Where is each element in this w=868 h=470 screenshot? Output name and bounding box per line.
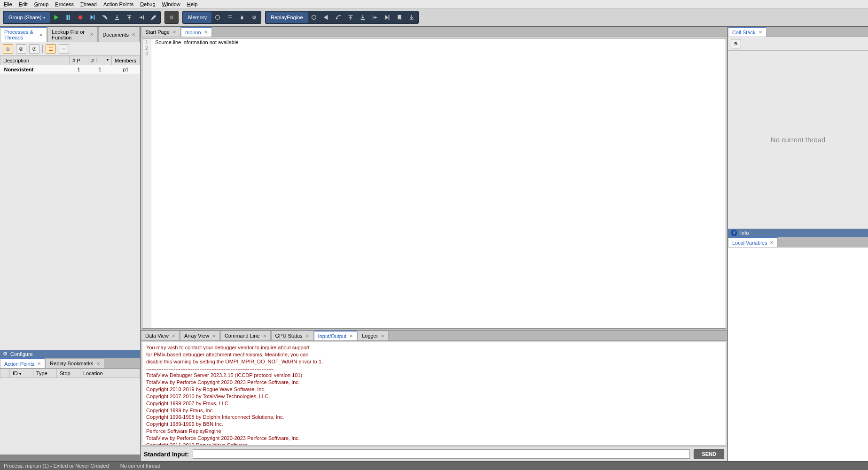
replay-run-back-button[interactable]: [369, 12, 381, 23]
close-icon[interactable]: ✕: [349, 333, 353, 339]
tab-gpu-status[interactable]: GPU Status✕: [271, 331, 313, 340]
stdin-label: Standard Input:: [144, 451, 189, 458]
replay-step-back-button[interactable]: [332, 12, 344, 23]
pencil-button[interactable]: [148, 12, 160, 23]
svg-point-1: [216, 15, 220, 20]
memory-gear-button[interactable]: ⚙: [248, 12, 260, 23]
process-list-area: [0, 74, 140, 350]
close-icon[interactable]: ✕: [212, 333, 216, 339]
tab-input-output[interactable]: Input/Output✕: [314, 331, 358, 340]
kill-button[interactable]: [74, 12, 86, 23]
main-area: Processes & Threads✕Lookup File or Funct…: [0, 26, 868, 461]
filter-1-button[interactable]: ①: [3, 44, 13, 54]
close-icon[interactable]: ✕: [204, 30, 208, 35]
col-description[interactable]: Description: [0, 56, 70, 65]
col-ap-id[interactable]: ID ▾: [10, 369, 33, 378]
bottom-tabs: Data View✕Array View✕Command Line✕GPU St…: [141, 331, 727, 341]
right-pane: Call Stack✕ ⚞ No current thread i Info L…: [727, 27, 868, 461]
close-icon[interactable]: ✕: [172, 333, 175, 339]
replay-save-button[interactable]: [406, 12, 418, 23]
halt-button[interactable]: [62, 12, 74, 23]
col-ap-type[interactable]: Type: [33, 369, 57, 378]
replay-dropdown[interactable]: ReplayEngine: [266, 12, 308, 23]
close-icon[interactable]: ✕: [172, 30, 176, 35]
replay-bookmark-button[interactable]: [393, 12, 406, 23]
run-to-button[interactable]: [135, 12, 148, 23]
left-pane: Processes & Threads✕Lookup File or Funct…: [0, 27, 141, 461]
close-icon[interactable]: ✕: [381, 333, 384, 339]
memory-dropdown[interactable]: Memory: [183, 12, 211, 23]
close-icon[interactable]: ✕: [263, 333, 266, 339]
tab-processes-threads[interactable]: Processes & Threads✕: [0, 27, 47, 42]
menu-action-points[interactable]: Action Points: [103, 1, 133, 7]
menu-process[interactable]: Process: [55, 1, 74, 7]
replay-record-button[interactable]: [308, 12, 320, 23]
send-button[interactable]: SEND: [694, 449, 724, 459]
step-button[interactable]: [99, 12, 111, 23]
close-icon[interactable]: ✕: [305, 333, 309, 339]
menubar: File Edit Group Process Thread Action Po…: [0, 0, 868, 9]
close-icon[interactable]: ✕: [39, 32, 43, 38]
table-row[interactable]: Nonexistent11p1: [0, 65, 140, 74]
configure-bar[interactable]: ⚙ Configure: [0, 350, 140, 358]
tab-action-points[interactable]: Action Points✕: [0, 358, 45, 368]
memory-record-button[interactable]: [211, 12, 224, 23]
menu-help[interactable]: Help: [187, 1, 198, 7]
menu-group[interactable]: Group: [34, 1, 49, 7]
menu-file[interactable]: File: [4, 1, 12, 7]
tab-data-view[interactable]: Data View✕: [141, 331, 180, 340]
tab-call-stack[interactable]: Call Stack✕: [728, 27, 766, 37]
tab-documents[interactable]: Documents✕: [98, 27, 140, 42]
tab-lookup-file-or-function[interactable]: Lookup File or Function✕: [47, 27, 98, 42]
ap-scrollbar[interactable]: [0, 455, 140, 461]
col-ap-location[interactable]: Location: [80, 369, 140, 378]
step-out-button[interactable]: [123, 12, 135, 23]
menu-thread[interactable]: Thread: [80, 1, 97, 7]
view-flat-button[interactable]: ≡: [59, 44, 69, 54]
svg-point-0: [78, 15, 83, 20]
info-bar[interactable]: i Info: [728, 229, 868, 237]
menu-edit[interactable]: Edit: [19, 1, 28, 7]
menu-window[interactable]: Window: [162, 1, 180, 7]
tab-local-variables[interactable]: Local Variables✕: [728, 237, 778, 247]
replay-in-back-button[interactable]: [357, 12, 369, 23]
replay-back-button[interactable]: [320, 12, 332, 23]
tab-logger[interactable]: Logger✕: [358, 331, 389, 340]
col-t[interactable]: # T▾: [88, 56, 112, 65]
filter-2-button[interactable]: ②: [16, 44, 26, 54]
stdin-input[interactable]: [193, 449, 690, 459]
output-panel[interactable]: You may wish to contact your debugger ve…: [142, 342, 726, 446]
tab-command-line[interactable]: Command Line✕: [220, 331, 271, 340]
view-tree-button[interactable]: ☰: [46, 44, 56, 54]
replay-skip-button[interactable]: [381, 12, 393, 23]
col-p[interactable]: # P: [70, 56, 88, 65]
step-in-button[interactable]: [111, 12, 123, 23]
ap-list-area: [0, 378, 140, 455]
menu-debug[interactable]: Debug: [140, 1, 155, 7]
callstack-tabs: Call Stack✕: [728, 27, 868, 37]
tab-mpirun[interactable]: mpirun✕: [181, 27, 212, 37]
tab-array-view[interactable]: Array View✕: [180, 331, 220, 340]
gear-button[interactable]: ⚙: [165, 12, 178, 23]
col-ap-stop[interactable]: Stop: [57, 369, 80, 378]
tab-replay-bookmarks[interactable]: Replay Bookmarks✕: [46, 358, 104, 368]
memory-leak-button[interactable]: [236, 12, 248, 23]
close-icon[interactable]: ✕: [90, 32, 94, 37]
close-icon[interactable]: ✕: [37, 361, 41, 366]
close-icon[interactable]: ✕: [759, 30, 762, 35]
next-button[interactable]: [86, 12, 99, 23]
col-ap-blank[interactable]: [0, 369, 10, 378]
close-icon[interactable]: ✕: [96, 361, 100, 366]
col-members[interactable]: Members: [112, 56, 140, 65]
source-editor[interactable]: 123 Source line information not availabl…: [142, 38, 726, 329]
go-button[interactable]: [50, 12, 62, 23]
memory-stack-button[interactable]: [224, 12, 236, 23]
code-tabs: Start Page✕mpirun✕: [141, 27, 727, 37]
replay-out-back-button[interactable]: [344, 12, 357, 23]
filter-3-button[interactable]: ③: [29, 44, 39, 54]
group-share-dropdown[interactable]: Group (Share)▾: [4, 12, 50, 23]
close-icon[interactable]: ✕: [770, 240, 774, 245]
tab-start-page[interactable]: Start Page✕: [141, 27, 180, 37]
filter-button[interactable]: ⚞: [731, 39, 741, 48]
close-icon[interactable]: ✕: [132, 32, 135, 37]
